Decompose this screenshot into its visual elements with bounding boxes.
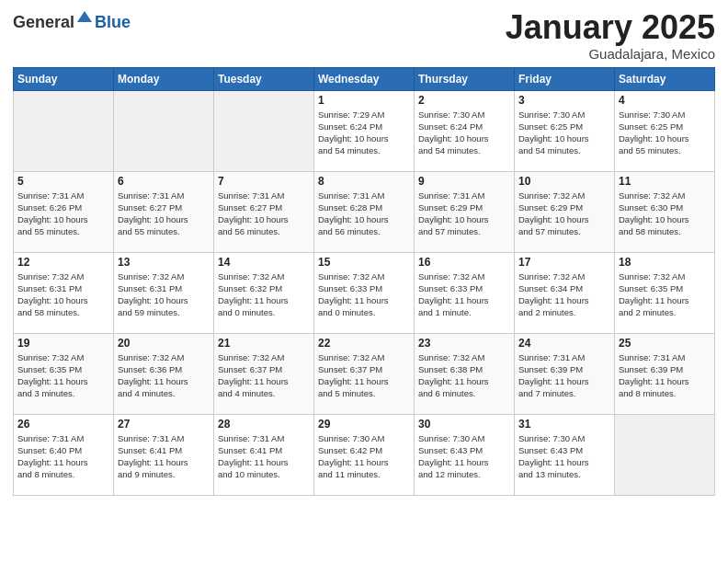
calendar-day-cell: 15Sunrise: 7:32 AM Sunset: 6:33 PM Dayli… — [314, 252, 415, 333]
calendar-day-cell — [14, 90, 114, 171]
day-number: 7 — [218, 175, 310, 188]
day-info: Sunrise: 7:30 AM Sunset: 6:43 PM Dayligh… — [418, 432, 510, 481]
col-monday: Monday — [114, 67, 214, 90]
svg-marker-0 — [77, 11, 92, 22]
day-number: 1 — [318, 94, 410, 107]
calendar-day-cell: 1Sunrise: 7:29 AM Sunset: 6:24 PM Daylig… — [314, 90, 415, 171]
logo-general-text: General — [13, 13, 74, 32]
day-number: 16 — [418, 256, 510, 269]
calendar-day-cell: 28Sunrise: 7:31 AM Sunset: 6:41 PM Dayli… — [214, 414, 314, 495]
day-number: 21 — [218, 337, 310, 350]
day-number: 11 — [619, 175, 711, 188]
day-number: 10 — [518, 175, 610, 188]
day-info: Sunrise: 7:32 AM Sunset: 6:33 PM Dayligh… — [418, 270, 510, 319]
day-number: 30 — [418, 418, 510, 431]
calendar-day-cell: 10Sunrise: 7:32 AM Sunset: 6:29 PM Dayli… — [515, 171, 615, 252]
calendar-day-cell: 12Sunrise: 7:32 AM Sunset: 6:31 PM Dayli… — [14, 252, 114, 333]
calendar-day-cell: 25Sunrise: 7:31 AM Sunset: 6:39 PM Dayli… — [615, 333, 715, 414]
day-info: Sunrise: 7:32 AM Sunset: 6:34 PM Dayligh… — [518, 270, 610, 319]
day-info: Sunrise: 7:30 AM Sunset: 6:24 PM Dayligh… — [418, 109, 510, 157]
calendar-day-cell: 19Sunrise: 7:32 AM Sunset: 6:35 PM Dayli… — [14, 333, 114, 414]
col-thursday: Thursday — [415, 67, 515, 90]
calendar-day-cell: 3Sunrise: 7:30 AM Sunset: 6:25 PM Daylig… — [515, 90, 615, 171]
day-info: Sunrise: 7:31 AM Sunset: 6:26 PM Dayligh… — [17, 190, 109, 238]
day-number: 4 — [619, 94, 711, 107]
calendar-week-row: 12Sunrise: 7:32 AM Sunset: 6:31 PM Dayli… — [14, 252, 715, 333]
calendar-day-cell: 23Sunrise: 7:32 AM Sunset: 6:38 PM Dayli… — [415, 333, 515, 414]
calendar-header-row: Sunday Monday Tuesday Wednesday Thursday… — [14, 67, 715, 90]
calendar-day-cell: 9Sunrise: 7:31 AM Sunset: 6:29 PM Daylig… — [415, 171, 515, 252]
calendar-day-cell: 2Sunrise: 7:30 AM Sunset: 6:24 PM Daylig… — [415, 90, 515, 171]
day-info: Sunrise: 7:32 AM Sunset: 6:37 PM Dayligh… — [218, 351, 310, 400]
col-friday: Friday — [515, 67, 615, 90]
day-number: 15 — [318, 256, 410, 269]
day-info: Sunrise: 7:32 AM Sunset: 6:29 PM Dayligh… — [518, 190, 610, 238]
day-info: Sunrise: 7:31 AM Sunset: 6:41 PM Dayligh… — [218, 432, 310, 481]
day-number: 29 — [318, 418, 410, 431]
calendar-day-cell: 18Sunrise: 7:32 AM Sunset: 6:35 PM Dayli… — [615, 252, 715, 333]
day-number: 28 — [218, 418, 310, 431]
day-number: 22 — [318, 337, 410, 350]
title-area: January 2025 Guadalajara, Mexico — [506, 9, 715, 62]
calendar-day-cell: 30Sunrise: 7:30 AM Sunset: 6:43 PM Dayli… — [415, 414, 515, 495]
calendar-day-cell: 26Sunrise: 7:31 AM Sunset: 6:40 PM Dayli… — [14, 414, 114, 495]
calendar-week-row: 19Sunrise: 7:32 AM Sunset: 6:35 PM Dayli… — [14, 333, 715, 414]
calendar-day-cell: 5Sunrise: 7:31 AM Sunset: 6:26 PM Daylig… — [14, 171, 114, 252]
calendar-day-cell: 13Sunrise: 7:32 AM Sunset: 6:31 PM Dayli… — [114, 252, 214, 333]
day-info: Sunrise: 7:32 AM Sunset: 6:35 PM Dayligh… — [619, 270, 711, 319]
day-info: Sunrise: 7:30 AM Sunset: 6:43 PM Dayligh… — [518, 432, 610, 481]
day-number: 25 — [619, 337, 711, 350]
day-number: 26 — [17, 418, 109, 431]
day-number: 18 — [619, 256, 711, 269]
month-title: January 2025 — [506, 9, 715, 46]
calendar-day-cell: 7Sunrise: 7:31 AM Sunset: 6:27 PM Daylig… — [214, 171, 314, 252]
logo-icon — [75, 9, 94, 28]
day-number: 13 — [118, 256, 210, 269]
day-info: Sunrise: 7:32 AM Sunset: 6:38 PM Dayligh… — [418, 351, 510, 400]
day-info: Sunrise: 7:32 AM Sunset: 6:31 PM Dayligh… — [118, 270, 210, 319]
day-number: 23 — [418, 337, 510, 350]
day-info: Sunrise: 7:30 AM Sunset: 6:25 PM Dayligh… — [619, 109, 711, 157]
day-info: Sunrise: 7:31 AM Sunset: 6:27 PM Dayligh… — [218, 190, 310, 238]
calendar-day-cell: 21Sunrise: 7:32 AM Sunset: 6:37 PM Dayli… — [214, 333, 314, 414]
day-number: 5 — [17, 175, 109, 188]
day-info: Sunrise: 7:32 AM Sunset: 6:37 PM Dayligh… — [318, 351, 410, 400]
day-info: Sunrise: 7:32 AM Sunset: 6:36 PM Dayligh… — [118, 351, 210, 400]
day-number: 17 — [518, 256, 610, 269]
day-number: 24 — [518, 337, 610, 350]
calendar-day-cell: 8Sunrise: 7:31 AM Sunset: 6:28 PM Daylig… — [314, 171, 415, 252]
calendar-day-cell: 16Sunrise: 7:32 AM Sunset: 6:33 PM Dayli… — [415, 252, 515, 333]
logo: General Blue — [13, 9, 131, 32]
day-info: Sunrise: 7:32 AM Sunset: 6:35 PM Dayligh… — [17, 351, 109, 400]
header: General Blue January 2025 Guadalajara, M… — [13, 9, 715, 62]
day-number: 8 — [318, 175, 410, 188]
col-saturday: Saturday — [615, 67, 715, 90]
col-sunday: Sunday — [14, 67, 114, 90]
col-tuesday: Tuesday — [214, 67, 314, 90]
day-info: Sunrise: 7:30 AM Sunset: 6:42 PM Dayligh… — [318, 432, 410, 481]
location: Guadalajara, Mexico — [506, 46, 715, 62]
calendar-day-cell: 22Sunrise: 7:32 AM Sunset: 6:37 PM Dayli… — [314, 333, 415, 414]
day-info: Sunrise: 7:32 AM Sunset: 6:32 PM Dayligh… — [218, 270, 310, 319]
calendar-day-cell — [114, 90, 214, 171]
day-info: Sunrise: 7:31 AM Sunset: 6:27 PM Dayligh… — [118, 190, 210, 238]
day-info: Sunrise: 7:31 AM Sunset: 6:39 PM Dayligh… — [619, 351, 711, 400]
day-info: Sunrise: 7:29 AM Sunset: 6:24 PM Dayligh… — [318, 109, 410, 157]
day-number: 9 — [418, 175, 510, 188]
day-number: 20 — [118, 337, 210, 350]
day-number: 27 — [118, 418, 210, 431]
logo-blue-text: Blue — [95, 13, 131, 32]
calendar-day-cell — [214, 90, 314, 171]
day-info: Sunrise: 7:31 AM Sunset: 6:40 PM Dayligh… — [17, 432, 109, 481]
day-number: 6 — [118, 175, 210, 188]
day-info: Sunrise: 7:31 AM Sunset: 6:28 PM Dayligh… — [318, 190, 410, 238]
calendar-day-cell: 31Sunrise: 7:30 AM Sunset: 6:43 PM Dayli… — [515, 414, 615, 495]
calendar-day-cell: 6Sunrise: 7:31 AM Sunset: 6:27 PM Daylig… — [114, 171, 214, 252]
calendar-day-cell: 29Sunrise: 7:30 AM Sunset: 6:42 PM Dayli… — [314, 414, 415, 495]
day-info: Sunrise: 7:30 AM Sunset: 6:25 PM Dayligh… — [518, 109, 610, 157]
day-info: Sunrise: 7:31 AM Sunset: 6:29 PM Dayligh… — [418, 190, 510, 238]
calendar-day-cell: 20Sunrise: 7:32 AM Sunset: 6:36 PM Dayli… — [114, 333, 214, 414]
calendar-day-cell: 14Sunrise: 7:32 AM Sunset: 6:32 PM Dayli… — [214, 252, 314, 333]
day-number: 2 — [418, 94, 510, 107]
day-number: 12 — [17, 256, 109, 269]
